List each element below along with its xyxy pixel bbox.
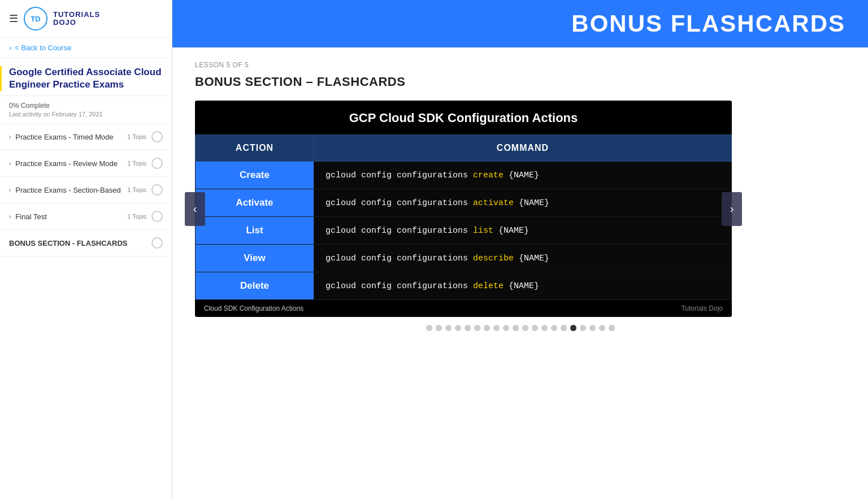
slide-dot-12[interactable] [532, 325, 538, 331]
logo-tutorials: TUTORIALS [53, 11, 100, 19]
logo-dojo: DOJO [53, 19, 100, 27]
sidebar: ☰ TD TUTORIALS DOJO ‹ < Back to Course G… [0, 0, 172, 500]
chevron-right-icon: › [9, 160, 11, 167]
flashcard: GCP Cloud SDK Configuration Actions ACTI… [195, 101, 732, 317]
chevron-right-icon: › [9, 187, 11, 193]
keyword-activate: activate [473, 198, 514, 208]
slide-dot-7[interactable] [484, 325, 490, 331]
action-list: List [196, 217, 314, 245]
flashcard-title: GCP Cloud SDK Configuration Actions [195, 101, 732, 134]
keyword-describe: describe [473, 254, 514, 263]
flashcard-footer: Cloud SDK Configuration Actions Tutorial… [195, 300, 732, 317]
nav-circle-section [151, 184, 163, 195]
banner-title: BONUS FLASHCARDS [571, 10, 845, 37]
command-list: gcloud config configurations list {NAME} [314, 217, 732, 245]
nav-circle-review [151, 158, 163, 169]
chevron-left-icon: ‹ [193, 202, 197, 215]
nav-circle-final [151, 211, 163, 222]
bonus-flashcards-label: BONUS SECTION - FLASHCARDS [9, 239, 127, 247]
logo-td: TD [31, 15, 40, 23]
keyword-list: list [473, 226, 493, 236]
back-to-course-link[interactable]: ‹ < Back to Course [0, 38, 172, 58]
slide-dot-10[interactable] [513, 325, 519, 331]
slide-dot-13[interactable] [541, 325, 548, 331]
top-banner: BONUS FLASHCARDS [172, 0, 868, 47]
command-delete: gcloud config configurations delete {NAM… [314, 272, 732, 300]
chevron-right-icon: › [9, 134, 11, 140]
sidebar-header: ☰ TD TUTORIALS DOJO [0, 0, 172, 38]
lesson-label: LESSON 5 OF 5 [195, 61, 845, 69]
slide-dot-14[interactable] [551, 325, 557, 331]
nav-item-final-test[interactable]: › Final Test 1 Topic [0, 203, 172, 230]
flashcard-container: ‹ GCP Cloud SDK Configuration Actions AC… [195, 101, 732, 317]
table-header-action: ACTION [196, 135, 314, 162]
command-create: gcloud config configurations create {NAM… [314, 162, 732, 189]
content-area: LESSON 5 OF 5 BONUS SECTION – FLASHCARDS… [172, 47, 868, 500]
slide-next-button[interactable]: › [722, 192, 742, 226]
main-content: BONUS FLASHCARDS LESSON 5 OF 5 BONUS SEC… [172, 0, 868, 500]
keyword-create: create [473, 171, 504, 180]
slide-dot-3[interactable] [445, 325, 452, 331]
table-row: Create gcloud config configurations crea… [196, 162, 732, 189]
chevron-right-icon: › [730, 202, 734, 215]
nav-item-section-based[interactable]: › Practice Exams - Section-Based 1 Topic [0, 177, 172, 203]
course-title: Google Certified Associate Cloud Enginee… [0, 58, 172, 96]
slide-dot-5[interactable] [465, 325, 471, 331]
slide-dot-17[interactable] [580, 325, 586, 331]
back-to-course-label: < Back to Course [15, 44, 71, 52]
logo-circle: TD [24, 7, 47, 31]
command-view: gcloud config configurations describe {N… [314, 245, 732, 272]
chevron-right-icon: › [9, 214, 11, 220]
nav-item-timed-mode[interactable]: › Practice Exams - Timed Mode 1 Topic [0, 124, 172, 150]
progress-section: 0% Complete Last activity on February 17… [0, 96, 172, 124]
nav-item-bonus-flashcards[interactable]: BONUS SECTION - FLASHCARDS [0, 230, 172, 256]
footer-left: Cloud SDK Configuration Actions [204, 305, 303, 312]
slide-prev-button[interactable]: ‹ [185, 192, 205, 226]
slide-dot-19[interactable] [599, 325, 605, 331]
action-view: View [196, 245, 314, 272]
hamburger-icon[interactable]: ☰ [9, 12, 18, 25]
table-row: View gcloud config configurations descri… [196, 245, 732, 272]
section-title: BONUS SECTION – FLASHCARDS [195, 75, 845, 89]
slide-dot-1[interactable] [426, 325, 432, 331]
action-create: Create [196, 162, 314, 189]
action-delete: Delete [196, 272, 314, 300]
back-arrow-icon: ‹ [9, 44, 11, 52]
slide-dot-11[interactable] [522, 325, 528, 331]
progress-activity: Last activity on February 17, 2021 [9, 111, 163, 118]
logo-text: TUTORIALS DOJO [53, 11, 100, 27]
nav-circle-timed [151, 131, 163, 142]
table-row: Activate gcloud config configurations ac… [196, 189, 732, 217]
table-row: Delete gcloud config configurations dele… [196, 272, 732, 300]
command-activate: gcloud config configurations activate {N… [314, 189, 732, 217]
slide-dot-4[interactable] [455, 325, 461, 331]
action-activate: Activate [196, 189, 314, 217]
slide-dot-15[interactable] [561, 325, 567, 331]
keyword-delete: delete [473, 281, 504, 291]
progress-percent: 0% Complete [9, 102, 163, 110]
flashcard-table: ACTION COMMAND Create gcloud config conf… [195, 134, 732, 300]
slide-dot-9[interactable] [503, 325, 509, 331]
slide-dot-8[interactable] [493, 325, 500, 331]
slide-dot-16[interactable] [570, 325, 576, 331]
nav-item-review-mode[interactable]: › Practice Exams - Review Mode 1 Topic [0, 150, 172, 177]
table-row: List gcloud config configurations list {… [196, 217, 732, 245]
slide-dot-6[interactable] [474, 325, 480, 331]
slide-dot-18[interactable] [589, 325, 596, 331]
nav-items: › Practice Exams - Timed Mode 1 Topic › … [0, 124, 172, 500]
slide-dot-20[interactable] [609, 325, 615, 331]
slide-dot-2[interactable] [436, 325, 442, 331]
slide-dots [195, 325, 845, 331]
footer-right: Tutorials Dojo [681, 305, 723, 312]
table-header-command: COMMAND [314, 135, 732, 162]
nav-circle-bonus [151, 237, 163, 249]
